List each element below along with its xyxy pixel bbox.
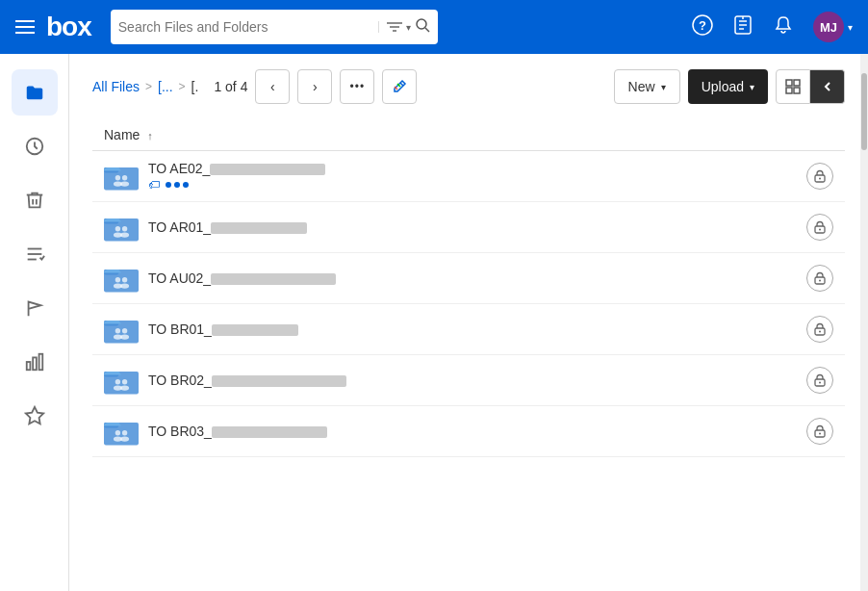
lock-badge-cell bbox=[806, 265, 833, 292]
sidebar-item-recents[interactable] bbox=[12, 123, 58, 169]
back-panel-button[interactable] bbox=[810, 69, 845, 104]
svg-marker-18 bbox=[25, 407, 42, 424]
help-icon[interactable]: ? bbox=[692, 14, 713, 40]
folder-file-icon bbox=[104, 365, 139, 396]
breadcrumb-sep-1: > bbox=[145, 80, 152, 93]
lock-badge[interactable] bbox=[806, 265, 833, 292]
table-row[interactable]: TO AE02_ 🏷 bbox=[92, 151, 845, 202]
table-row[interactable]: TO BR02_ bbox=[92, 355, 845, 406]
file-actions-cell bbox=[795, 202, 845, 253]
lock-badge-cell bbox=[806, 316, 833, 343]
svg-point-47 bbox=[120, 283, 129, 288]
svg-point-55 bbox=[120, 334, 129, 339]
header-actions: ? MJ ▾ bbox=[692, 12, 853, 42]
folder-file-icon bbox=[104, 314, 139, 345]
svg-point-63 bbox=[120, 385, 129, 390]
svg-point-45 bbox=[122, 277, 127, 282]
lock-badge[interactable] bbox=[806, 316, 833, 343]
svg-point-28 bbox=[115, 175, 120, 180]
main-layout: All Files > [... > [. 1 of 4 ‹ › ••• bbox=[0, 54, 868, 591]
status-dots bbox=[166, 182, 189, 188]
svg-point-68 bbox=[115, 430, 120, 435]
grid-view-button[interactable] bbox=[776, 69, 810, 104]
hamburger-menu[interactable] bbox=[15, 20, 35, 34]
breadcrumb-mid[interactable]: [... bbox=[158, 79, 173, 94]
sidebar-item-files[interactable] bbox=[12, 69, 58, 116]
sidebar-item-trash[interactable] bbox=[12, 177, 58, 223]
notifications-bell-icon[interactable] bbox=[773, 14, 794, 40]
lock-badge[interactable] bbox=[806, 214, 833, 241]
svg-rect-15 bbox=[26, 362, 30, 370]
name-column-header[interactable]: Name ↑ bbox=[92, 119, 795, 151]
svg-point-60 bbox=[115, 379, 120, 384]
svg-text:?: ? bbox=[699, 18, 706, 33]
sidebar-item-annotations[interactable] bbox=[12, 285, 58, 331]
svg-rect-17 bbox=[38, 354, 42, 371]
tasks-icon[interactable] bbox=[732, 14, 753, 40]
prev-page-button[interactable]: ‹ bbox=[255, 69, 290, 104]
breadcrumb-root[interactable]: All Files bbox=[92, 79, 140, 94]
file-name-cell: TO AE02_ 🏷 bbox=[92, 151, 795, 202]
svg-point-31 bbox=[120, 181, 129, 186]
user-avatar[interactable]: MJ ▾ bbox=[813, 12, 853, 42]
tag-icon: 🏷 bbox=[148, 178, 160, 192]
file-actions-cell bbox=[795, 253, 845, 304]
clock-icon bbox=[24, 136, 45, 157]
folder-file-icon bbox=[104, 212, 139, 243]
upload-button[interactable]: Upload ▾ bbox=[688, 69, 768, 104]
more-options-button[interactable]: ••• bbox=[340, 69, 374, 104]
file-actions-cell bbox=[795, 304, 845, 355]
svg-line-4 bbox=[425, 28, 429, 32]
search-input[interactable] bbox=[118, 19, 374, 35]
svg-point-41 bbox=[819, 229, 821, 231]
new-button[interactable]: New ▾ bbox=[614, 69, 680, 104]
filter-caret: ▾ bbox=[406, 22, 411, 33]
folder-file-icon bbox=[104, 263, 139, 294]
search-submit-icon[interactable] bbox=[415, 17, 430, 37]
edit-button[interactable] bbox=[382, 69, 417, 104]
svg-rect-22 bbox=[786, 80, 792, 86]
svg-point-29 bbox=[122, 175, 127, 180]
svg-point-36 bbox=[115, 226, 120, 231]
lock-badge[interactable] bbox=[806, 367, 833, 394]
page-count: 1 of 4 bbox=[214, 79, 247, 94]
table-row[interactable]: TO BR03_ bbox=[92, 406, 845, 457]
sidebar-item-analytics[interactable] bbox=[12, 339, 58, 385]
next-page-button[interactable]: › bbox=[297, 69, 332, 104]
svg-point-49 bbox=[819, 280, 821, 282]
file-name-cell: TO AR01_ bbox=[92, 202, 795, 253]
file-name-cell: TO AU02_ bbox=[92, 253, 795, 304]
svg-rect-25 bbox=[794, 88, 800, 93]
sidebar-item-tasks[interactable] bbox=[12, 231, 58, 277]
sidebar-item-favorites[interactable] bbox=[12, 393, 58, 439]
upload-label: Upload bbox=[702, 79, 744, 94]
file-name: TO AR01_ bbox=[148, 219, 307, 235]
file-actions-cell bbox=[795, 151, 845, 202]
scrollbar[interactable] bbox=[860, 54, 868, 591]
file-actions-cell bbox=[795, 355, 845, 406]
table-row[interactable]: TO BR01_ bbox=[92, 304, 845, 355]
scrollbar-thumb[interactable] bbox=[861, 73, 867, 150]
ellipsis-icon: ••• bbox=[350, 80, 366, 93]
svg-point-39 bbox=[120, 232, 129, 237]
lock-badge[interactable] bbox=[806, 418, 833, 445]
grid-icon bbox=[785, 79, 801, 94]
svg-rect-24 bbox=[786, 88, 792, 93]
lock-icon bbox=[813, 322, 827, 336]
lock-badge[interactable] bbox=[806, 163, 833, 190]
svg-rect-16 bbox=[33, 357, 37, 370]
file-name-cell: TO BR03_ bbox=[92, 406, 795, 457]
flag-icon bbox=[24, 297, 45, 319]
folder-file-icon bbox=[104, 161, 139, 192]
table-row[interactable]: TO AR01_ bbox=[92, 202, 845, 253]
avatar-caret: ▾ bbox=[848, 22, 853, 33]
chevron-left-icon: ‹ bbox=[270, 79, 275, 94]
search-filter-button[interactable]: ▾ bbox=[378, 21, 411, 33]
file-name: TO BR02_ bbox=[148, 373, 346, 388]
lock-badge-cell bbox=[806, 163, 833, 190]
lock-icon bbox=[813, 220, 827, 234]
svg-point-71 bbox=[120, 436, 129, 441]
file-name-cell: TO BR02_ bbox=[92, 355, 795, 406]
table-row[interactable]: TO AU02_ bbox=[92, 253, 845, 304]
svg-point-65 bbox=[819, 382, 821, 384]
